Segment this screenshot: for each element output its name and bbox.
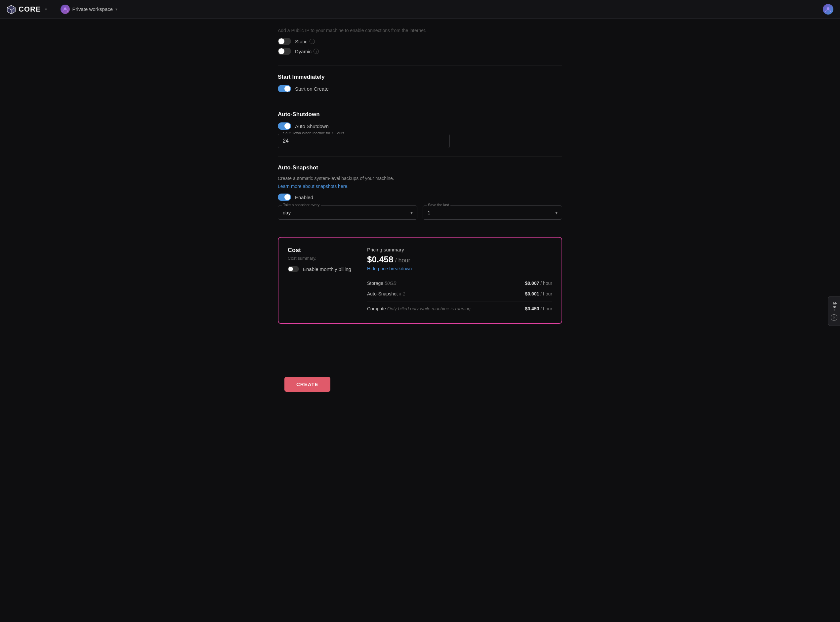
pricing-label: Pricing summary (367, 247, 552, 252)
app-chevron-icon: ▾ (45, 7, 47, 12)
snapshot-toggle-row: Enabled (278, 194, 562, 201)
snapshot-save-label: Save the last (427, 203, 450, 207)
start-toggle-row: Start on Create (278, 85, 562, 92)
dynamic-label: Dyamic i (295, 49, 319, 54)
app-name: CORE (18, 5, 41, 14)
snapshot-value: $0.001 / hour (525, 291, 552, 296)
cost-summary-text: Cost summary. (288, 256, 354, 261)
snapshot-frequency-group: Take a snapshot every day hour week ▾ (278, 206, 417, 220)
help-label: Help (832, 302, 837, 312)
footer-area: CREATE (271, 366, 569, 398)
shutdown-input-group: Shut Down When Inactive for X Hours 24 (278, 134, 562, 148)
snapshot-select-row: Take a snapshot every day hour week ▾ Sa… (278, 206, 562, 220)
shutdown-section-title: Auto-Shutdown (278, 111, 562, 118)
ip-description: Add a Public IP to your machine to enabl… (278, 21, 562, 33)
start-toggle[interactable] (278, 85, 291, 92)
billing-label: Enable monthly billing (303, 266, 351, 272)
storage-detail: 50GB (385, 281, 397, 286)
snapshot-frequency-label: Take a snapshot every (282, 203, 321, 207)
cost-section: Cost Cost summary. Enable monthly billin… (278, 237, 562, 324)
workspace-selector[interactable]: Private workspace ▾ (61, 5, 118, 14)
billing-toggle[interactable] (288, 266, 299, 272)
static-toggle[interactable] (278, 38, 291, 45)
main-content: Add a Public IP to your machine to enabl… (271, 18, 569, 366)
static-label: Static i (295, 39, 315, 44)
snapshot-frequency-select[interactable]: day hour week (278, 206, 417, 220)
price-per: / hour (394, 257, 411, 264)
snapshot-description: Create automatic system-level backups of… (278, 176, 562, 181)
header-right (823, 4, 833, 15)
workspace-chevron-icon: ▾ (116, 7, 117, 12)
snapshot-section: Auto-Snapshot Create automatic system-le… (278, 157, 562, 228)
snapshot-label: Enabled (295, 195, 313, 200)
ip-section: Add a Public IP to your machine to enabl… (278, 18, 562, 66)
price-breakdown: Storage 50GB $0.007 / hour Auto-Snapshot… (367, 278, 552, 314)
dynamic-toggle[interactable] (278, 48, 291, 55)
dynamic-toggle-knob (278, 48, 285, 54)
storage-label: Storage 50GB (367, 281, 397, 286)
compute-value: $0.450 / hour (525, 306, 552, 311)
cost-right: Pricing summary $0.458 / hour Hide price… (367, 247, 552, 314)
start-label: Start on Create (295, 86, 329, 91)
logo-icon (7, 5, 16, 14)
price-main: $0.458 / hour (367, 255, 552, 265)
workspace-avatar (61, 5, 70, 14)
billing-toggle-knob (288, 267, 293, 271)
price-row-storage: Storage 50GB $0.007 / hour (367, 278, 552, 288)
shutdown-toggle-row: Auto Shutdown (278, 122, 562, 130)
shutdown-input-label: Shut Down When Inactive for X Hours (282, 131, 345, 135)
start-toggle-knob (285, 86, 291, 91)
snapshot-toggle-knob (285, 194, 291, 200)
workspace-name: Private workspace (72, 6, 113, 12)
shutdown-section: Auto-Shutdown Auto Shutdown Shut Down Wh… (278, 103, 562, 157)
price-row-compute: Compute Only billed only while machine i… (367, 303, 552, 314)
shutdown-toggle[interactable] (278, 122, 291, 130)
shutdown-toggle-knob (285, 123, 291, 129)
snapshot-toggle[interactable] (278, 194, 291, 201)
hide-breakdown-link[interactable]: Hide price breakdown (367, 266, 552, 271)
help-icon: ✕ (831, 314, 837, 320)
cost-left: Cost Cost summary. Enable monthly billin… (288, 247, 354, 314)
snapshot-price-label: Auto-Snapshot x 1 (367, 291, 405, 296)
static-info-icon[interactable]: i (310, 39, 315, 44)
compute-label: Compute Only billed only while machine i… (367, 306, 470, 311)
static-toggle-knob (278, 38, 285, 44)
dynamic-toggle-row: Dyamic i (278, 48, 562, 55)
cost-title: Cost (288, 247, 354, 254)
snapshot-save-group: Save the last 1 2 3 5 10 ▾ (423, 206, 562, 220)
snapshot-section-title: Auto-Snapshot (278, 165, 562, 171)
compute-detail: Only billed only while machine is runnin… (387, 306, 470, 311)
price-row-snapshot: Auto-Snapshot x 1 $0.001 / hour (367, 288, 552, 299)
snapshot-link[interactable]: Learn more about snapshots here. (278, 184, 562, 189)
logo-area[interactable]: CORE ▾ (7, 5, 47, 14)
create-button[interactable]: CREATE (285, 377, 330, 392)
snapshot-detail: x 1 (399, 291, 405, 296)
user-avatar[interactable] (823, 4, 833, 15)
dynamic-info-icon[interactable]: i (313, 49, 319, 54)
snapshot-save-select[interactable]: 1 2 3 5 10 (423, 206, 562, 220)
shutdown-input[interactable]: 24 (278, 134, 450, 148)
app-header: CORE ▾ Private workspace ▾ (0, 0, 840, 18)
start-section-title: Start Immediately (278, 74, 562, 81)
price-divider (367, 301, 552, 302)
help-button[interactable]: Help ✕ (828, 296, 840, 326)
billing-toggle-row: Enable monthly billing (288, 266, 354, 272)
shutdown-label: Auto Shutdown (295, 123, 329, 129)
storage-value: $0.007 / hour (525, 281, 552, 286)
static-toggle-row: Static i (278, 38, 562, 45)
header-divider (55, 4, 55, 14)
start-section: Start Immediately Start on Create (278, 66, 562, 103)
price-value: $0.458 (367, 255, 394, 264)
